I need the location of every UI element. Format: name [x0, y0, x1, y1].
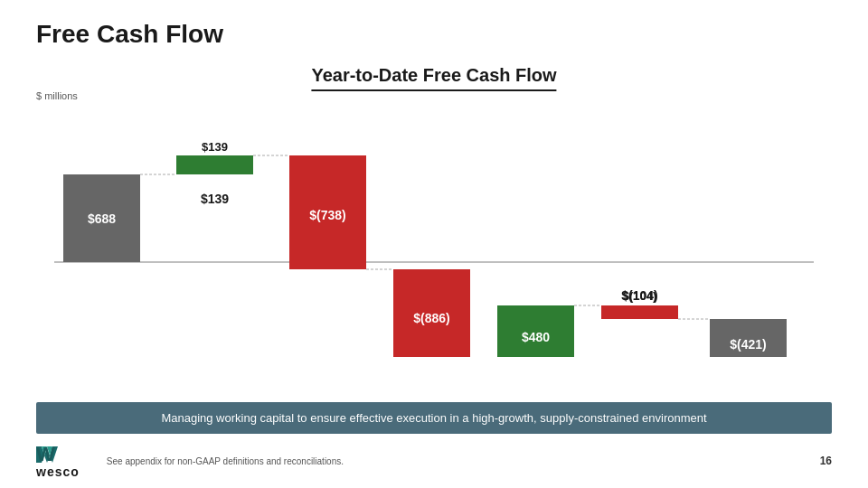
bar-value-dna: $139: [201, 192, 229, 206]
footer-note: See appendix for non-GAAP definitions an…: [89, 456, 344, 466]
page-number: 16: [820, 455, 832, 467]
footer: W wesco See appendix for non-GAAP defini…: [36, 443, 832, 479]
bar-value-inventory: $(886): [413, 311, 449, 325]
bar-value-ar: $(738): [309, 208, 345, 222]
bottom-banner: Managing working capital to ensure effec…: [36, 402, 832, 434]
bar-dna: [176, 155, 253, 174]
bar-value-adjusted-net-income: $688: [88, 211, 116, 226]
capex-above-label: $(104): [623, 289, 657, 303]
dna-above-label: $139: [202, 140, 228, 154]
bar-capex: [601, 305, 678, 319]
page-title: Free Cash Flow: [36, 20, 223, 49]
waterfall-chart: $688 $139 $(738) $(886) $480 $(104) $(42…: [36, 86, 832, 357]
bar-value-fcf: $(421): [730, 337, 766, 352]
wesco-icon: W: [36, 443, 69, 465]
bar-value-ap: $480: [522, 330, 550, 344]
footer-left: W wesco See appendix for non-GAAP defini…: [36, 443, 344, 479]
wesco-logo: W wesco: [36, 443, 80, 479]
wesco-label: wesco: [36, 465, 80, 479]
svg-text:W: W: [36, 443, 55, 465]
